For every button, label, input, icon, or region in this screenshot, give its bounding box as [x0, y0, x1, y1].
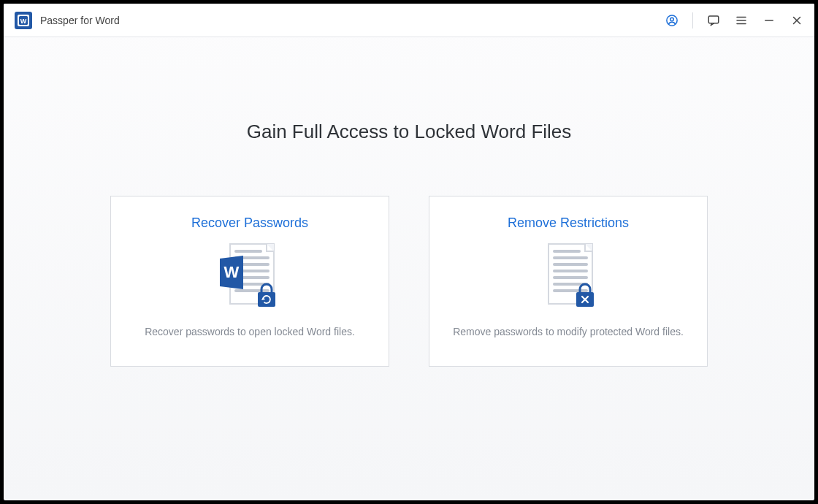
- card-remove-desc: Remove passwords to modify protected Wor…: [438, 326, 698, 337]
- svg-rect-24: [258, 292, 275, 307]
- account-icon[interactable]: [665, 13, 679, 28]
- card-recover-desc: Recover passwords to open locked Word fi…: [130, 326, 370, 337]
- hamburger-menu-icon[interactable]: [734, 13, 749, 28]
- word-file-locked-icon: W: [210, 240, 290, 316]
- file-restriction-icon: [528, 240, 608, 316]
- svg-rect-6: [708, 16, 719, 23]
- app-title: Passper for Word: [40, 15, 120, 26]
- svg-point-5: [670, 18, 674, 21]
- card-remove-restrictions[interactable]: Remove Restrictions: [429, 196, 708, 367]
- cards-row: Recover Passwords: [110, 196, 708, 367]
- titlebar: W Passper for Word: [4, 4, 814, 37]
- card-remove-title: Remove Restrictions: [508, 215, 629, 231]
- close-button[interactable]: [790, 13, 804, 28]
- separator: [692, 12, 693, 28]
- app-logo-icon: W: [14, 11, 33, 30]
- card-recover-passwords[interactable]: Recover Passwords: [110, 196, 389, 367]
- page-title: Gain Full Access to Locked Word Files: [247, 121, 572, 143]
- svg-text:W: W: [20, 18, 27, 25]
- svg-text:W: W: [224, 263, 240, 281]
- minimize-button[interactable]: [762, 13, 776, 28]
- app-window: W Passper for Word: [4, 4, 814, 500]
- card-recover-title: Recover Passwords: [191, 215, 308, 231]
- main-content: Gain Full Access to Locked Word Files Re…: [4, 37, 814, 500]
- feedback-icon[interactable]: [706, 13, 721, 28]
